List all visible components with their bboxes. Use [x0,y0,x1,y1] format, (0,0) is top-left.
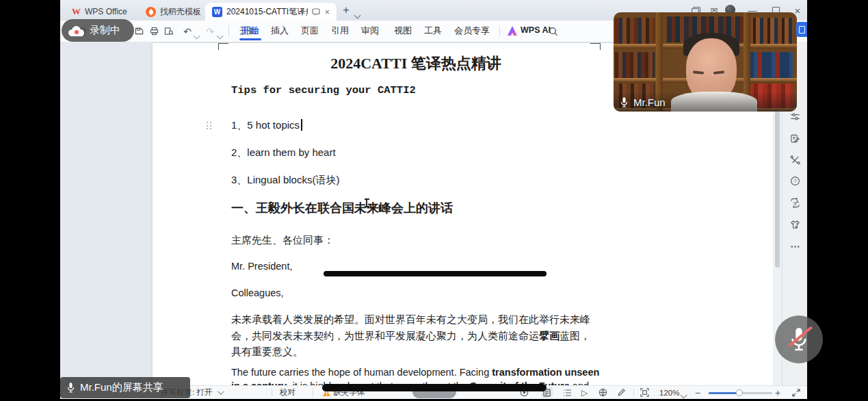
docer-icon [146,7,156,17]
word-doc-icon: W [212,7,222,17]
ribbon-tab-page[interactable]: 页面 [300,21,320,41]
wps-edge-badge[interactable] [796,22,807,37]
spellcheck-dropdown-icon[interactable] [218,388,224,395]
zoom-slider-thumb[interactable] [736,389,743,396]
section-heading: 一、王毅外长在联合国未来峰会上的讲话 [231,200,453,216]
participant-name: Mr.Fun [633,96,666,108]
outline-view-icon[interactable] [563,386,572,399]
en-paragraph: The future carries the hope of human dev… [231,366,614,385]
skin-icon[interactable] [789,219,801,231]
undo-dropdown-icon[interactable] [194,30,199,40]
resume-helper-icon[interactable] [789,133,801,144]
web-view-icon[interactable] [599,386,607,399]
properties-icon[interactable] [789,111,801,122]
bookshelf-books [615,18,655,44]
divider [228,25,229,37]
doc-title: 2024CATTI 笔译热点精讲 [231,53,601,74]
recording-label: 录制中 [90,24,120,37]
wps-logo-icon: W [72,6,81,17]
fit-page-icon[interactable] [640,386,649,399]
fullscreen-icon[interactable] [792,386,800,399]
zh-line-3: 具有重要意义。 [231,344,604,361]
zoom-in-icon[interactable]: + [775,386,780,399]
zoom-slider-fill [709,392,739,394]
bookshelf-books [749,18,793,44]
zh-line-1: 未来承载着人类发展的希望。面对世界百年未有之大变局，我们在此举行未来峰 [231,312,604,328]
screen-share-label: Mr.Fun的屏幕共享 [80,381,163,394]
play-view-icon[interactable]: ▷ [581,386,588,399]
zoom-level[interactable]: 120% [659,386,679,399]
tab-label: WPS Office [85,7,127,16]
bookshelf-books [749,52,793,78]
svg-text:?: ? [793,178,797,184]
help-icon[interactable]: ? [789,175,801,187]
zh-paragraph: 未来承载着人类发展的希望。面对世界百年未有之大变局，我们在此举行未来峰 会，共同… [231,312,604,361]
tab-label: 20241015-CATTI笔译热点精讲 [226,6,308,18]
video-name-label: Mr.Fun [614,93,797,112]
ribbon-tab-home-active[interactable]: 开始 [238,21,263,41]
text-caret [301,119,302,131]
mic-icon [620,96,629,108]
divider [313,389,313,396]
undo-icon[interactable]: ↶ [181,25,194,37]
svg-text:A: A [795,199,799,204]
screen: W WPS Office 找稻壳模板 W 20241015-CATTI笔译热点精… [0,0,868,401]
edit-pen-icon[interactable] [617,386,626,399]
zoom-slider-track[interactable] [709,392,772,394]
ribbon-tab-member[interactable]: 会员专享 [453,21,491,41]
margin-mark-left [218,43,228,50]
more-icon[interactable] [789,241,801,253]
tab-label: 找稻壳模板 [160,6,201,18]
zoom-dropdown-icon[interactable] [681,391,686,399]
tab-document[interactable]: W 20241015-CATTI笔译热点精讲 × [205,3,337,21]
ribbon-tab-tools[interactable]: 工具 [423,21,443,41]
ribbon-tab-review[interactable]: 审阅 [360,21,380,41]
zoom-out-icon[interactable]: − [695,386,700,399]
list-item-1: 1、5 hot topics [231,119,302,132]
recording-badge[interactable]: 录制中 [62,19,134,42]
salutation-en-2: Colleagues, [231,287,284,298]
search-icon[interactable] [547,25,560,37]
redo-icon[interactable]: ↷ [204,25,216,37]
ribbon-tab-view[interactable]: 视图 [393,21,413,41]
salutation-en-1: Mr. President, [231,261,292,272]
wps-ai-label[interactable]: WPS AI [521,25,551,35]
quick-toolbar-dropdown-icon[interactable] [218,30,222,40]
mic-muted-button[interactable] [775,315,823,363]
new-tab-icon[interactable]: + [340,4,352,16]
divider [272,389,272,396]
proofread-button[interactable]: 校对 [280,386,295,399]
divider [633,389,634,396]
badge-glyph [799,26,805,34]
salutation-zh: 主席先生、各位同事： [231,234,334,247]
tab-session-icon[interactable] [312,8,320,16]
zh-line-2: 会，共同发表未来契约，为世界和平发展凝心聚力，为人类前途命运擘画蓝图， [231,328,604,345]
mic-icon [66,382,75,393]
tab-close-icon[interactable]: × [324,8,330,16]
tab-docer-templates[interactable]: 找稻壳模板 [139,3,215,21]
tools-icon[interactable] [789,154,801,166]
en-line-1: The future carries the hope of human dev… [231,366,614,380]
list-item-2: 2、learn them by heart [231,146,336,159]
list-item-3: 3、Lingual blocks(语块) [231,174,339,187]
tab-wps-home[interactable]: W WPS Office [65,3,142,21]
printer-icon[interactable] [148,25,160,37]
ibeam-cursor [366,199,367,207]
tab-list-dropdown-icon[interactable] [355,8,360,21]
drag-handle-icon[interactable] [207,122,212,130]
save-icon[interactable] [133,25,145,37]
translate-icon[interactable]: 文A [789,197,801,209]
divider [499,25,500,37]
annotation-bar [324,271,547,276]
screen-share-banner[interactable]: Mr.Fun的屏幕共享 [60,377,190,398]
margin-mark-right [590,43,601,50]
record-cloud-icon [68,25,85,36]
print-preview-icon[interactable] [163,25,175,37]
scrubber-bar[interactable] [322,384,547,391]
webcam-video[interactable]: Mr.Fun [614,12,797,112]
ribbon-tab-insert[interactable]: 插入 [269,21,290,41]
ribbon-tab-reference[interactable]: 引用 [330,21,350,41]
bookshelf-books [615,52,655,78]
doc-subtitle: Tips for securing your CATTI2 [231,84,416,96]
wps-ai-icon[interactable] [508,26,517,36]
